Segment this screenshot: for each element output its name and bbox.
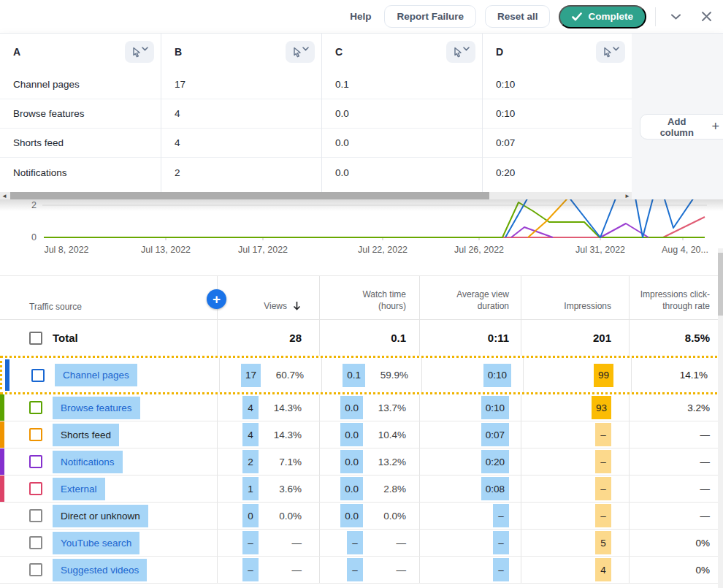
sheet-cell-A4[interactable]: Notifications: [0, 158, 161, 187]
col-header-views[interactable]: Views: [217, 276, 319, 319]
traffic-source-label[interactable]: Channel pages: [55, 364, 137, 386]
col-header-watch-time[interactable]: Watch time (hours): [319, 276, 419, 319]
impressions-value: 99: [594, 364, 613, 387]
col-header-impressions[interactable]: Impressions: [521, 276, 629, 319]
traffic-source-label[interactable]: Notifications: [53, 451, 123, 473]
column-type-dropdown[interactable]: [446, 41, 475, 63]
traffic-source-label[interactable]: External: [53, 478, 105, 500]
avg-duration-cell: 0:10: [419, 394, 521, 421]
watch-time-percent: 59.9%: [372, 370, 408, 381]
views-cell: 1760.7%: [219, 358, 321, 392]
row-checkbox[interactable]: [29, 536, 42, 549]
traffic-source-label: Shorts feed: [53, 424, 119, 446]
row-checkbox[interactable]: [29, 428, 42, 441]
sheet-cell-B4[interactable]: 2: [161, 158, 321, 187]
watch-time-percent: 10.4%: [370, 429, 406, 440]
sheet-cell-B1[interactable]: 17: [161, 70, 321, 99]
page-vertical-scrollbar[interactable]: [718, 248, 723, 588]
sheet-cell-A1[interactable]: Channel pages: [0, 70, 161, 99]
col-header-impressions-ctr[interactable]: Impressions click-through rate: [629, 276, 723, 319]
column-type-dropdown[interactable]: [596, 41, 625, 63]
sheet-cell-D3[interactable]: 0:07: [483, 129, 632, 158]
ctr-value: —: [700, 484, 711, 495]
traffic-source-label[interactable]: Suggested videos: [53, 559, 147, 581]
sheet-cell-C4[interactable]: 0.0: [322, 158, 482, 187]
views-percent: 7.1%: [265, 457, 302, 467]
row-checkbox[interactable]: [29, 455, 42, 468]
row-checkbox[interactable]: [29, 482, 42, 495]
row-checkbox[interactable]: [31, 369, 45, 382]
complete-button[interactable]: Complete: [559, 5, 646, 28]
add-column-button[interactable]: Add column +: [640, 114, 723, 140]
column-type-dropdown[interactable]: [286, 41, 315, 63]
sheet-cell-C1[interactable]: 0.1: [322, 70, 482, 99]
impressions-cell: 5: [521, 530, 629, 556]
table-row[interactable]: YouTube search–—–—–50%: [0, 530, 723, 557]
line-notifications: [511, 224, 649, 237]
help-button[interactable]: Help: [345, 11, 375, 22]
table-row[interactable]: Suggested videos–—–—–40%: [0, 557, 723, 584]
column-type-dropdown[interactable]: [125, 41, 154, 63]
traffic-source-label: Direct or unknown: [53, 505, 148, 527]
ctr-value: —: [700, 429, 711, 440]
close-icon[interactable]: [695, 6, 717, 28]
toolbar-divider: [655, 7, 656, 26]
report-failure-button[interactable]: Report Failure: [384, 5, 476, 28]
sheet-cell-B3[interactable]: 4: [161, 129, 321, 158]
table-row[interactable]: Direct or unknown00.0%0.00.0%––—: [0, 503, 723, 530]
views-cell: 27.1%: [217, 448, 319, 475]
table-row[interactable]: Channel pages1760.7%0.159.9%0:109914.1%: [2, 358, 721, 392]
sheet-cell-D1[interactable]: 0:10: [483, 70, 632, 99]
row-color-bar: [0, 394, 4, 421]
sheet-side-panel: Add column +: [632, 34, 723, 200]
avg-duration-value: 0:10: [483, 364, 511, 387]
sheet-cell-A2[interactable]: Browse features: [0, 99, 161, 129]
col-header-avg-view-duration[interactable]: Average view duration: [419, 276, 521, 319]
sheet-cell-C3[interactable]: 0.0: [322, 129, 482, 158]
watch-time-percent: —: [370, 538, 406, 549]
sheet-cell-B2[interactable]: 4: [161, 99, 321, 129]
table-row[interactable]: External13.6%0.02.8%0:08–—: [0, 476, 723, 503]
row-checkbox[interactable]: [29, 509, 42, 522]
x-tick-label: Jul 13, 2022: [141, 245, 191, 255]
views-cell: 00.0%: [217, 503, 319, 529]
impressions-cell: 93: [521, 394, 629, 421]
vertical-scrollbar-thumb[interactable]: [718, 253, 723, 316]
avg-duration-value: –: [493, 558, 509, 581]
x-tick-label: Jul 31, 2022: [575, 245, 625, 255]
avg-duration-cell: 0:20: [419, 448, 521, 475]
sheet-cell-D4[interactable]: 0:20: [483, 158, 632, 187]
row-color-bar: [0, 448, 4, 475]
traffic-source-label[interactable]: Browse features: [53, 397, 140, 419]
sheet-cell-D2[interactable]: 0:10: [483, 99, 632, 129]
views-value: 17: [241, 364, 261, 387]
traffic-source-cell: Browse features: [0, 394, 217, 421]
table-row[interactable]: Shorts feed414.3%0.010.4%0:07–—: [0, 421, 723, 448]
traffic-source-label[interactable]: YouTube search: [53, 532, 139, 554]
watch-time-value: 0.0: [340, 450, 363, 473]
col-header-traffic-source[interactable]: Traffic source +: [0, 276, 217, 319]
watch-time-cell: 0.013.2%: [319, 448, 419, 475]
watch-time-value: 0.0: [340, 396, 363, 419]
views-cell: 13.6%: [217, 476, 319, 502]
sheet-cell-A3[interactable]: Shorts feed: [0, 129, 161, 158]
total-avg-duration: 0:11: [419, 320, 521, 356]
watch-time-percent: —: [370, 565, 406, 576]
views-value: –: [242, 558, 259, 581]
table-row[interactable]: Notifications27.1%0.013.2%0:20–—: [0, 448, 723, 476]
watch-time-cell: 0.010.4%: [319, 421, 419, 448]
ctr-cell: 14.1%: [631, 358, 721, 392]
sheet-column-A: AChannel pagesBrowse featuresShorts feed…: [0, 34, 161, 192]
avg-duration-value: 0:07: [481, 423, 509, 446]
table-row[interactable]: Browse features414.3%0.013.7%0:10933.2%: [0, 394, 723, 421]
row-checkbox[interactable]: [29, 563, 42, 576]
collapse-chevron-icon[interactable]: [665, 6, 686, 28]
x-tick-label: Jul 17, 2022: [238, 245, 288, 255]
column-letter: C: [335, 46, 343, 58]
reset-all-button[interactable]: Reset all: [485, 5, 551, 28]
row-checkbox[interactable]: [29, 401, 42, 414]
add-metric-plus-button[interactable]: +: [207, 289, 226, 309]
avg-duration-cell: 0:10: [421, 358, 523, 392]
sheet-cell-C2[interactable]: 0.0: [322, 99, 482, 129]
total-checkbox[interactable]: [29, 332, 42, 345]
